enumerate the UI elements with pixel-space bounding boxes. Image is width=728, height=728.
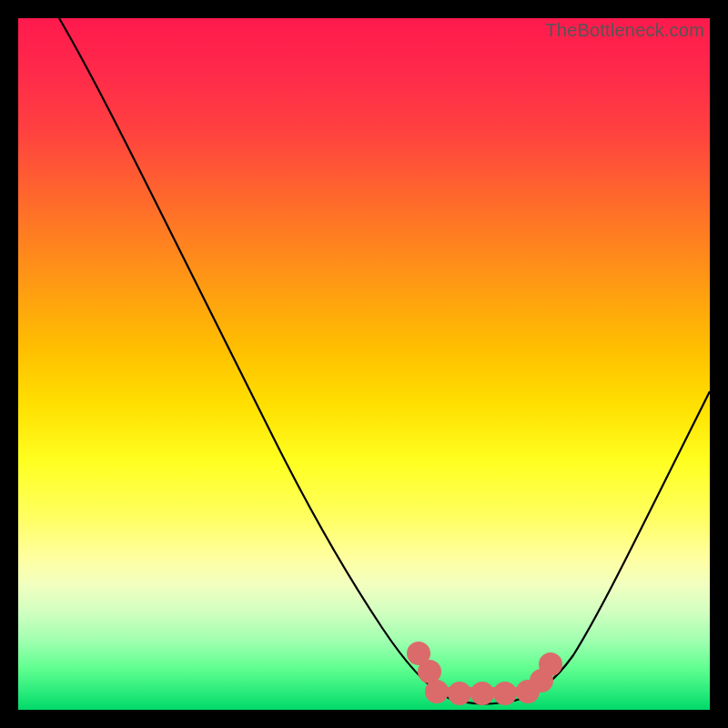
svg-point-4 bbox=[452, 686, 467, 701]
svg-point-1 bbox=[422, 664, 437, 679]
bottleneck-curve-path bbox=[59, 18, 710, 703]
svg-point-0 bbox=[411, 646, 426, 661]
chart-frame: TheBottleneck.com bbox=[0, 0, 728, 728]
plot-area: TheBottleneck.com bbox=[18, 18, 710, 710]
svg-point-6 bbox=[498, 686, 512, 701]
svg-point-9 bbox=[543, 657, 558, 672]
svg-point-5 bbox=[475, 686, 490, 701]
svg-point-8 bbox=[534, 673, 549, 688]
svg-point-3 bbox=[430, 684, 444, 699]
match-zone-highlight-group bbox=[411, 646, 558, 701]
curve-layer bbox=[18, 18, 710, 710]
